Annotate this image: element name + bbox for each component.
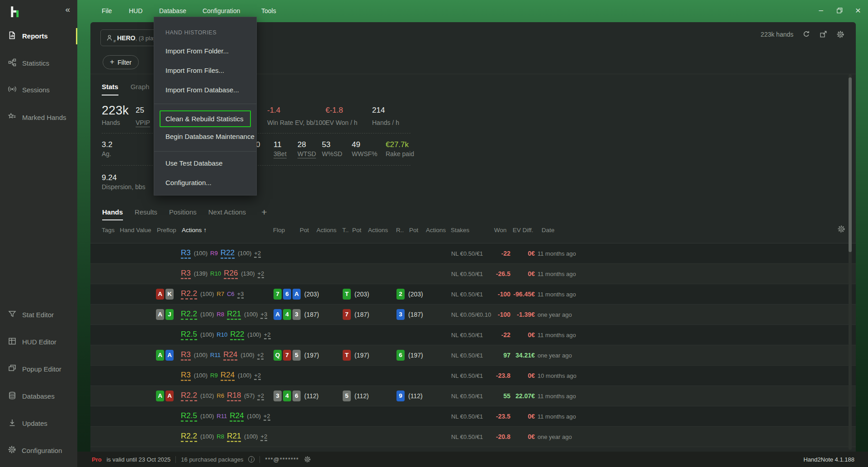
sidebar-item-configuration[interactable]: Configuration	[0, 441, 77, 459]
card-A-diamonds: A	[292, 289, 301, 300]
ev-diff-cell: 0€	[490, 433, 535, 440]
sidebar-item-statistics[interactable]: Statistics	[0, 54, 77, 72]
sidebar-item-label: Marked Hands	[22, 114, 66, 121]
date-cell: 11 months ago	[538, 291, 576, 298]
add-filter-button[interactable]: + Filter	[103, 55, 139, 69]
column-header-tags[interactable]: Tags	[102, 227, 115, 234]
reports-icon	[8, 31, 17, 41]
sidebar-item-popup-editor[interactable]: Popup Editor	[0, 360, 77, 378]
menu-item-begin-database-maintenance[interactable]: Begin Database Maintenance	[165, 133, 255, 140]
card-J-clubs: J	[165, 309, 174, 320]
table-row[interactable]: R2.5(100)R10R22(100)+2NL €0.50/€1-220€11…	[90, 325, 856, 345]
restore-button[interactable]	[832, 1, 847, 20]
ev-diff-cell: 22.07€	[490, 392, 535, 400]
action-100: (100)	[244, 433, 258, 440]
scrollbar-thumb[interactable]	[849, 77, 852, 252]
stat-label: Dispersion, bbs	[102, 183, 146, 191]
stat-label[interactable]: VPIP	[136, 119, 150, 127]
report-settings-gear-icon[interactable]	[836, 30, 844, 38]
preflop-actions-cell: R2.2(102)R6R18(57)+2	[181, 391, 267, 401]
table-row[interactable]: R2.5(100)R11R24(100)+2NL €0.50/€1-23.50€…	[90, 406, 856, 427]
action-r24: R24	[230, 411, 244, 422]
table-row[interactable]: AAR3(100)R11R24(100)+2Q75(197)T(197)6(19…	[90, 345, 856, 366]
table-row[interactable]: R3(139)R10R26(130)+2NL €0.50/€1-26.50€11…	[90, 264, 856, 284]
view-tab-stats[interactable]: Stats	[102, 83, 118, 95]
column-header-stakes[interactable]: Stakes	[451, 227, 469, 234]
menu-file[interactable]: File	[102, 0, 112, 22]
stat-label: W%SD	[322, 150, 342, 157]
sidebar-item-hud-editor[interactable]: HUD Editor	[0, 333, 77, 351]
table-row[interactable]: R3(100)R9R24(100)+2NL €0.50/€1-23.80€10 …	[90, 366, 856, 386]
sidebar-item-label: HUD Editor	[22, 338, 57, 346]
column-header-actions[interactable]: Actions	[316, 227, 336, 234]
refresh-icon[interactable]	[802, 30, 811, 38]
action-r24: R24	[221, 371, 235, 381]
sidebar-item-stat-editor[interactable]: Stat Editor	[0, 305, 77, 324]
stat-label: EV Won / h	[326, 119, 358, 126]
tab-next-actions[interactable]: Next Actions	[208, 208, 246, 219]
sidebar-item-marked-hands[interactable]: Marked Hands	[0, 108, 77, 126]
account-text[interactable]: ***@*******	[265, 456, 299, 463]
action-100: (100)	[194, 250, 208, 257]
table-row[interactable]: AAR2.2(102)R6R18(57)+2346(112)5(112)9(11…	[90, 386, 856, 406]
add-tab-button[interactable]: +	[261, 208, 267, 216]
stat-label[interactable]: 3Bet	[274, 150, 287, 158]
action-r11: R11	[217, 413, 227, 420]
stat-wtsd: 28WTSD	[297, 140, 316, 158]
action-r18: R18	[227, 391, 241, 401]
sidebar-item-label: Databases	[22, 392, 55, 400]
column-header-date[interactable]: Date	[542, 227, 555, 234]
column-header-pot[interactable]: Pot	[409, 227, 418, 234]
table-settings-gear-icon[interactable]	[837, 225, 845, 235]
info-icon[interactable]: i	[248, 456, 255, 462]
table-row[interactable]: R3(100)R9R22(100)+2NL €0.50/€1-220€11 mo…	[90, 243, 856, 264]
menu-item-import-from-folder[interactable]: Import From Folder...	[165, 47, 229, 55]
sidebar-collapse-button[interactable]: «	[65, 5, 70, 14]
close-button[interactable]: ×	[851, 1, 865, 20]
player-filter-name: HERO	[117, 34, 135, 42]
column-header-hand-value[interactable]: Hand Value	[120, 227, 151, 234]
column-header-actions[interactable]: Actions↑	[182, 227, 207, 234]
column-header-flop[interactable]: Flop	[273, 227, 285, 234]
view-tab-graph[interactable]: Graph	[131, 83, 150, 95]
stat-value: €-1.8	[326, 103, 358, 118]
stat-ag: 3.2Ag.	[102, 140, 113, 157]
action-r2-2: R2.2	[181, 310, 197, 320]
date-cell: 10 months ago	[538, 372, 576, 379]
action-r10: R10	[217, 331, 227, 338]
column-header-actions[interactable]: Actions	[426, 227, 446, 234]
tab-positions[interactable]: Positions	[169, 208, 197, 219]
stat-hands-h: 214Hands / h	[372, 103, 399, 126]
column-header-t[interactable]: T..	[342, 227, 349, 234]
column-header-preflop[interactable]: Preflop	[157, 227, 176, 234]
minimize-button[interactable]: –	[814, 1, 828, 20]
menu-tools[interactable]: Tools	[261, 0, 276, 22]
stat-label: Win Rate EV, bb/100	[267, 119, 326, 126]
sessions-icon	[8, 85, 17, 95]
column-header-pot[interactable]: Pot	[300, 227, 309, 234]
column-header-pot[interactable]: Pot	[352, 227, 361, 234]
stat-label[interactable]: WTSD	[297, 150, 316, 158]
menu-item-import-from-database[interactable]: Import From Database...	[165, 86, 239, 94]
sidebar-item-databases[interactable]: Databases	[0, 387, 77, 405]
menu-item-use-test-database[interactable]: Use Test Database	[165, 159, 222, 167]
popout-icon[interactable]	[819, 30, 828, 38]
menu-hud[interactable]: HUD	[129, 0, 142, 22]
sidebar-item-reports[interactable]: Reports	[0, 27, 77, 45]
account-settings-gear-icon[interactable]	[304, 456, 311, 463]
column-header-r[interactable]: R..	[396, 227, 404, 234]
action-r2-2: R2.2	[181, 289, 197, 300]
sidebar-item-updates[interactable]: Updates	[0, 414, 77, 432]
table-row[interactable]: R2.2(100)R8R21(100)+2NL €0.50/€1-20.80€o…	[90, 427, 856, 447]
menu-item-configuration[interactable]: Configuration...	[165, 179, 212, 186]
column-header-ev-diff[interactable]: EV Diff.	[513, 227, 533, 234]
menu-item-clean-rebuild-statistics[interactable]: Clean & Rebuild Statistics	[165, 115, 244, 123]
column-header-won[interactable]: Won	[494, 227, 507, 234]
table-row[interactable]: AKR2.2(100)R7C6+376A(203)T(203)2(203)NL …	[90, 284, 856, 305]
column-header-actions[interactable]: Actions	[368, 227, 388, 234]
tab-results[interactable]: Results	[135, 208, 157, 219]
sidebar-item-sessions[interactable]: Sessions	[0, 81, 77, 99]
menu-item-import-from-files[interactable]: Import From Files...	[165, 67, 224, 74]
table-row[interactable]: AJR2.2(100)R8R21(100)+3A43(187)7(187)3(1…	[90, 305, 856, 325]
tab-hands[interactable]: Hands	[102, 208, 123, 220]
